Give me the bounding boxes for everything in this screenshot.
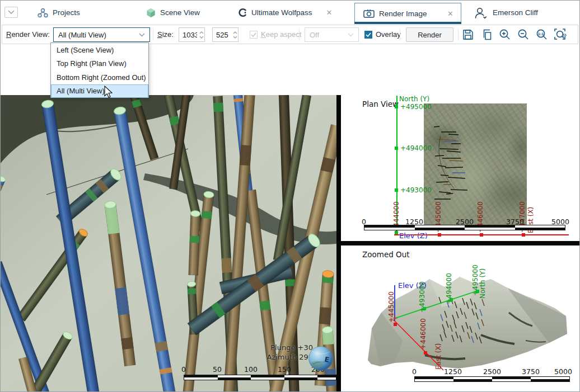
plan-view-pane: Plan View North (Y) +495000 +494000 +493… bbox=[341, 95, 579, 241]
user-name: Emerson Cliff bbox=[493, 8, 538, 17]
zoomed-out-pane: Zoomed Out bbox=[341, 245, 579, 391]
window-menu-button[interactable] bbox=[4, 7, 18, 18]
scale-tick: 150 bbox=[278, 365, 291, 374]
tab-projects[interactable]: Projects bbox=[38, 1, 80, 25]
scale-tick: 50 bbox=[213, 365, 222, 374]
svg-text:1:1: 1:1 bbox=[537, 32, 544, 36]
render-view-dropdown-menu: Left (Scene View) Top Right (Plan View) … bbox=[50, 42, 149, 98]
north-axis-label: North (Y) bbox=[399, 95, 429, 103]
chevron-down-icon bbox=[8, 10, 15, 15]
separator bbox=[458, 29, 459, 40]
width-spinner[interactable] bbox=[197, 31, 206, 39]
render-view-select[interactable]: All (Multi View) bbox=[53, 27, 150, 42]
tab-label: Ultimate Wolfpass bbox=[251, 8, 312, 17]
copy-icon bbox=[480, 29, 493, 41]
app-window: Projects Scene View Ultimate Wolfpass ✕ bbox=[0, 0, 580, 392]
close-icon[interactable]: ✕ bbox=[446, 9, 455, 18]
north-tick-label: +493000 bbox=[400, 186, 432, 194]
tab-bar: Projects Scene View Ultimate Wolfpass ✕ bbox=[1, 1, 579, 25]
plunge-value: Plunge +30 bbox=[209, 343, 313, 352]
tab-render-image[interactable]: Render Image ✕ bbox=[354, 3, 461, 24]
plan-view-title: Plan View bbox=[362, 100, 399, 108]
chevron-down-icon bbox=[139, 33, 145, 37]
height-field[interactable] bbox=[212, 27, 238, 42]
user-menu[interactable]: Emerson Cliff bbox=[474, 1, 538, 25]
azimuth-value: Azimuth 299 bbox=[209, 352, 313, 362]
axis-tick-marker bbox=[395, 147, 398, 150]
separator bbox=[400, 29, 400, 40]
zoom-out-button[interactable] bbox=[516, 27, 531, 42]
north-tick-label: +495000 bbox=[472, 265, 479, 296]
width-input[interactable] bbox=[179, 31, 197, 39]
zoom-one-to-one-icon: 1:1 bbox=[535, 28, 548, 41]
zoom-out-icon bbox=[517, 28, 530, 41]
zoom-in-button[interactable] bbox=[497, 27, 512, 42]
plan-scale-bar bbox=[364, 225, 565, 230]
menu-item-bottom-right-zoomed-out[interactable]: Bottom Right (Zoomed Out) bbox=[51, 70, 148, 84]
scale-tick: 2500 bbox=[483, 367, 501, 376]
checkbox bbox=[364, 31, 372, 39]
camera-icon bbox=[363, 9, 375, 18]
scene-scale-bar bbox=[184, 375, 336, 380]
overlay-mode-select: Off bbox=[305, 27, 359, 42]
view-divider-horizontal bbox=[341, 241, 579, 245]
close-icon[interactable]: ✕ bbox=[325, 8, 334, 17]
width-field[interactable] bbox=[179, 27, 205, 42]
east-tick-label: +446000 bbox=[420, 318, 427, 350]
user-icon bbox=[474, 6, 488, 20]
axis-tick-marker bbox=[522, 233, 525, 237]
tab-label: Scene View bbox=[160, 8, 200, 17]
tab-label: Projects bbox=[53, 8, 80, 17]
projects-icon bbox=[38, 8, 48, 18]
zoom-in-icon bbox=[498, 28, 511, 41]
separator bbox=[299, 29, 300, 40]
keep-aspect-checkbox: Keep aspect bbox=[250, 25, 301, 44]
render-view-value: All (Multi View) bbox=[58, 31, 106, 39]
chevron-down-icon bbox=[348, 33, 354, 37]
keep-aspect-label: Keep aspect bbox=[261, 30, 301, 39]
height-input[interactable] bbox=[213, 31, 231, 39]
toolbar-overflow-button[interactable]: » bbox=[562, 25, 567, 44]
north-axis-label: North (Y) bbox=[479, 268, 486, 299]
scale-tick: 1250 bbox=[444, 367, 462, 376]
tab-ultimate-wolfpass[interactable]: Ultimate Wolfpass ✕ bbox=[238, 1, 334, 25]
save-image-button[interactable] bbox=[460, 27, 475, 42]
compass-ball: E bbox=[307, 346, 334, 372]
scale-tick: 100 bbox=[244, 365, 258, 374]
north-tick-label: +494000 bbox=[400, 144, 432, 152]
east-tick-label: +445000 bbox=[388, 291, 395, 323]
central-c-icon bbox=[238, 8, 247, 17]
scale-tick: 0 bbox=[412, 367, 417, 376]
north-tick-label: +493000 bbox=[419, 281, 425, 313]
view-divider-vertical bbox=[336, 95, 341, 391]
north-tick-label: +494000 bbox=[446, 273, 452, 304]
mouse-cursor bbox=[104, 86, 114, 99]
axis-tick-marker bbox=[395, 188, 398, 192]
scale-tick: 5000 bbox=[554, 367, 572, 376]
axis-tick-marker bbox=[395, 105, 398, 108]
separator bbox=[153, 29, 153, 40]
axis-tick-marker bbox=[480, 233, 483, 237]
zoom-actual-size-button[interactable]: 1:1 bbox=[534, 27, 549, 42]
overlay-mode-value: Off bbox=[310, 31, 319, 39]
render-preview: 0 50 100 150 200 Plunge +30 bbox=[1, 95, 579, 391]
active-tab-underline bbox=[354, 22, 461, 24]
render-view-label: Render View: bbox=[6, 25, 50, 44]
zoomed-scale-bar bbox=[414, 376, 570, 382]
scene-view-pane: 0 50 100 150 200 Plunge +30 bbox=[1, 95, 336, 391]
north-tick-label: +495000 bbox=[400, 103, 432, 111]
copy-image-button[interactable] bbox=[479, 27, 494, 42]
tab-scene-view[interactable]: Scene View bbox=[146, 1, 200, 25]
height-spinner[interactable] bbox=[231, 31, 240, 39]
axis-tick-marker bbox=[438, 233, 441, 237]
menu-item-top-right-plan-view[interactable]: Top Right (Plan View) bbox=[51, 57, 148, 71]
render-toolbar: Render View: All (Multi View) Size: bbox=[2, 25, 578, 44]
menu-item-all-multi-view[interactable]: All (Multi View) bbox=[51, 84, 148, 98]
east-axis-label: East (X) bbox=[435, 343, 442, 370]
scale-tick: 0 bbox=[181, 365, 186, 374]
overlay-checkbox[interactable]: Overlay bbox=[364, 25, 401, 44]
menu-item-left-scene-view[interactable]: Left (Scene View) bbox=[51, 43, 148, 57]
render-button[interactable]: Render bbox=[406, 27, 453, 42]
elev-axis-label: Elev (Z) bbox=[399, 232, 428, 240]
orientation-readout: Plunge +30 Azimuth 299 bbox=[209, 343, 313, 362]
